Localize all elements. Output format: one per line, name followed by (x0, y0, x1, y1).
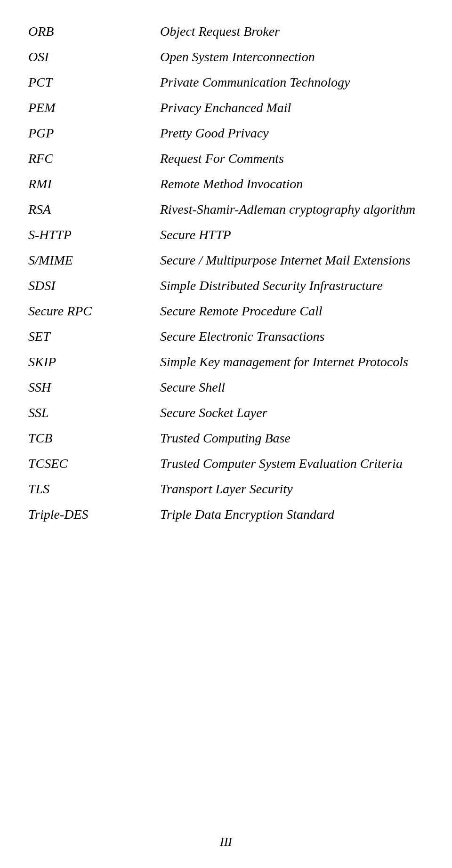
main-content: ORBObject Request BrokerOSIOpen System I… (0, 0, 452, 565)
table-row: SKIPSimple Key management for Internet P… (28, 349, 424, 375)
abbreviation: Secure RPC (28, 298, 160, 324)
table-row: S/MIMESecure / Multipurpose Internet Mai… (28, 248, 424, 273)
table-row: TCSECTrusted Computer System Evaluation … (28, 451, 424, 476)
abbreviation: TLS (28, 476, 160, 502)
table-row: TCBTrusted Computing Base (28, 426, 424, 451)
full-text: Remote Method Invocation (160, 171, 424, 197)
abbreviation: SSL (28, 400, 160, 426)
full-text: Simple Distributed Security Infrastructu… (160, 273, 424, 298)
abbreviation: RMI (28, 171, 160, 197)
full-text: Trusted Computing Base (160, 426, 424, 451)
table-row: Secure RPCSecure Remote Procedure Call (28, 298, 424, 324)
table-row: SETSecure Electronic Transactions (28, 324, 424, 349)
page-number: III (220, 835, 232, 849)
abbreviation: PEM (28, 95, 160, 121)
table-row: RSARivest-Shamir-Adleman cryptography al… (28, 197, 424, 222)
table-row: Triple-DESTriple Data Encryption Standar… (28, 502, 424, 527)
table-row: S-HTTPSecure HTTP (28, 222, 424, 248)
full-text: Pretty Good Privacy (160, 121, 424, 146)
abbreviation: RSA (28, 197, 160, 222)
abbreviation: S-HTTP (28, 222, 160, 248)
full-text: Secure HTTP (160, 222, 424, 248)
abbreviation: S/MIME (28, 248, 160, 273)
acronym-table: ORBObject Request BrokerOSIOpen System I… (28, 19, 424, 527)
abbreviation: SKIP (28, 349, 160, 375)
abbreviation: RFC (28, 146, 160, 171)
full-text: Private Communication Technology (160, 70, 424, 95)
full-text: Transport Layer Security (160, 476, 424, 502)
abbreviation: SSH (28, 375, 160, 400)
full-text: Rivest-Shamir-Adleman cryptography algor… (160, 197, 424, 222)
abbreviation: ORB (28, 19, 160, 44)
table-row: SSHSecure Shell (28, 375, 424, 400)
full-text: Triple Data Encryption Standard (160, 502, 424, 527)
abbreviation: PCT (28, 70, 160, 95)
full-text: Object Request Broker (160, 19, 424, 44)
abbreviation: SDSI (28, 273, 160, 298)
full-text: Privacy Enchanced Mail (160, 95, 424, 121)
abbreviation: TCSEC (28, 451, 160, 476)
full-text: Secure / Multipurpose Internet Mail Exte… (160, 248, 424, 273)
table-row: RFCRequest For Comments (28, 146, 424, 171)
abbreviation: PGP (28, 121, 160, 146)
table-row: RMIRemote Method Invocation (28, 171, 424, 197)
table-row: PEMPrivacy Enchanced Mail (28, 95, 424, 121)
full-text: Secure Socket Layer (160, 400, 424, 426)
abbreviation: Triple-DES (28, 502, 160, 527)
full-text: Secure Remote Procedure Call (160, 298, 424, 324)
table-row: SDSISimple Distributed Security Infrastr… (28, 273, 424, 298)
table-row: PGPPretty Good Privacy (28, 121, 424, 146)
full-text: Request For Comments (160, 146, 424, 171)
full-text: Simple Key management for Internet Proto… (160, 349, 424, 375)
table-row: OSIOpen System Interconnection (28, 44, 424, 70)
abbreviation: TCB (28, 426, 160, 451)
abbreviation: OSI (28, 44, 160, 70)
full-text: Trusted Computer System Evaluation Crite… (160, 451, 424, 476)
table-row: SSLSecure Socket Layer (28, 400, 424, 426)
table-row: TLSTransport Layer Security (28, 476, 424, 502)
table-row: PCTPrivate Communication Technology (28, 70, 424, 95)
table-row: ORBObject Request Broker (28, 19, 424, 44)
full-text: Secure Shell (160, 375, 424, 400)
full-text: Open System Interconnection (160, 44, 424, 70)
full-text: Secure Electronic Transactions (160, 324, 424, 349)
abbreviation: SET (28, 324, 160, 349)
